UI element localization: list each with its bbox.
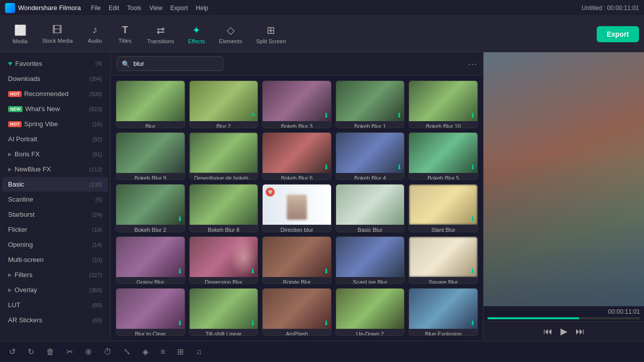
- download-icon[interactable]: ⬇: [177, 319, 183, 327]
- grid-toggle-button[interactable]: ⋯: [468, 58, 477, 69]
- add-to-timeline-icon[interactable]: +: [251, 110, 256, 119]
- toolbar-effects[interactable]: ✦ Effects: [181, 21, 212, 47]
- download-icon[interactable]: ⬇: [324, 163, 329, 171]
- grid-button[interactable]: ⊞: [174, 345, 187, 358]
- effect-card-up-down-2[interactable]: Up-Down 2: [336, 288, 405, 336]
- prev-frame-button[interactable]: ⏮: [543, 326, 552, 337]
- download-icon[interactable]: ⬇: [396, 163, 402, 171]
- download-icon[interactable]: ⬇: [324, 319, 329, 327]
- toolbar-stock-media[interactable]: 🎞 Stock Media: [35, 21, 80, 47]
- menu-view[interactable]: View: [149, 5, 163, 12]
- toolbar-elements[interactable]: ◇ Elements: [212, 21, 249, 47]
- toolbar-audio[interactable]: ♪ Audio: [80, 21, 110, 47]
- snap-button[interactable]: ◈: [139, 345, 151, 358]
- sidebar-item-whats-new[interactable]: NEW What's New (923): [2, 102, 108, 116]
- effect-card-bokeh-blur-3[interactable]: ⬇ Bokeh Blur 3: [262, 80, 332, 128]
- effect-card-bokeh-blur-8[interactable]: Bokeh Blur 8: [189, 184, 259, 232]
- effect-thumbnail: ⬇: [409, 81, 477, 121]
- sidebar-item-basic[interactable]: Basic (130): [2, 177, 108, 192]
- recommended-badge: HOT: [8, 91, 22, 97]
- download-icon[interactable]: ⬇: [470, 319, 475, 327]
- effect-card-scanline-blur[interactable]: ScanLine Blur: [336, 236, 405, 284]
- add-button[interactable]: ⊕: [82, 345, 95, 358]
- menu-edit[interactable]: Edit: [109, 5, 119, 12]
- favorite-icon[interactable]: ♡: [250, 83, 256, 90]
- download-icon[interactable]: ⬇: [470, 215, 475, 223]
- sidebar-item-lut[interactable]: LUT (89): [2, 298, 108, 312]
- preview-progress-bar[interactable]: [488, 317, 640, 319]
- search-input[interactable]: [117, 56, 223, 71]
- sidebar-item-multi-screen[interactable]: Multi-screen (10): [2, 252, 108, 267]
- toolbar-transitions[interactable]: ⇄ Transitions: [140, 21, 181, 47]
- sidebar-filters-label: Filters: [15, 271, 89, 279]
- menu-export[interactable]: Export: [171, 5, 188, 12]
- export-button[interactable]: Export: [597, 26, 639, 42]
- effect-card-bokeh-blur-4[interactable]: ⬇ Bokeh Blur 4: [336, 132, 405, 180]
- sidebar-item-ai-portrait[interactable]: AI Portrait (92): [2, 132, 108, 146]
- effect-card-square-blur[interactable]: ⬇ Square Blur: [409, 236, 478, 284]
- effect-card-basic-blur[interactable]: Basic Blur: [336, 184, 405, 232]
- audio-button[interactable]: ♫: [193, 345, 205, 358]
- effect-card-grainy-blur[interactable]: ⬇ Grainy Blur: [116, 236, 185, 284]
- effect-card-bokeh-blur-9[interactable]: Bokeh Blur 9: [116, 132, 185, 180]
- effect-card-amplash[interactable]: ⬇ AmPlash: [262, 288, 332, 336]
- cut-button[interactable]: ✂: [63, 345, 76, 358]
- download-icon[interactable]: ⬇: [250, 319, 256, 327]
- effect-card-desenfoque-bokeh[interactable]: Desenfoque de bokeh...: [189, 132, 259, 180]
- undo-button[interactable]: ↺: [6, 345, 19, 358]
- boris-fx-expand-icon: ▶: [8, 151, 12, 157]
- effect-card-bokeh-blur-1[interactable]: ⬇ Bokeh Blur 1: [336, 80, 405, 128]
- sidebar-item-spring-vibe[interactable]: HOT Spring Vibe (16): [2, 117, 108, 131]
- download-icon[interactable]: ⬇: [470, 267, 475, 275]
- sidebar-item-overlay[interactable]: ▶ Overlay (360): [2, 283, 108, 297]
- effect-card-bokeh-blur-6[interactable]: ⬇ Bokeh Blur 6: [262, 132, 332, 180]
- effect-card-rotate-blur[interactable]: ⬇ Rotate Blur: [262, 236, 332, 284]
- download-icon[interactable]: ⬇: [324, 267, 329, 275]
- play-button[interactable]: ▶: [560, 326, 568, 337]
- download-icon[interactable]: ⬇: [470, 112, 475, 119]
- download-icon[interactable]: ⬇: [250, 267, 256, 275]
- effect-card-blur-to-clear[interactable]: ⬇ Blur to Clear: [116, 288, 185, 336]
- toolbar-media[interactable]: ⬜ Media: [5, 21, 35, 47]
- effect-card-tiltshift-linear[interactable]: ⬇ Tilt-shift Linear: [189, 288, 259, 336]
- effect-thumbnail: ⬇: [116, 185, 185, 225]
- download-icon[interactable]: ⬇: [324, 112, 329, 119]
- sidebar-item-ar-stickers[interactable]: AR Stickers (69): [2, 313, 108, 327]
- sidebar-item-opening[interactable]: Opening (14): [2, 237, 108, 252]
- effect-card-dispersion-blur[interactable]: ⬇ Dispersion Blur: [189, 236, 259, 284]
- sidebar-item-newblue-fx[interactable]: ▶ NewBlue FX (112): [2, 162, 108, 176]
- effect-card-bokeh-blur-10[interactable]: ⬇ Bokeh Blur 10: [409, 80, 478, 128]
- menu-file[interactable]: File: [91, 5, 101, 12]
- effect-thumbnail: [190, 133, 258, 173]
- download-icon[interactable]: ⬇: [396, 112, 402, 119]
- sidebar-item-scanline[interactable]: Scanline (5): [2, 192, 108, 207]
- redo-button[interactable]: ↻: [25, 345, 37, 358]
- effect-card-bokeh-blur-5[interactable]: ⬇ Bokeh Blur 5: [409, 132, 478, 180]
- fullscreen-button[interactable]: ⤡: [121, 345, 133, 358]
- download-icon[interactable]: ⬇: [177, 267, 183, 275]
- content-area: ♥ Favorites (4) Downloads (394) HOT Reco…: [0, 52, 644, 341]
- effect-card-slant-blur[interactable]: ⬇ Slant Blur: [409, 184, 478, 232]
- sidebar-item-recommended[interactable]: HOT Recommended (500): [2, 86, 108, 101]
- effect-card-blur2[interactable]: ♡ + Blur 2: [189, 80, 259, 128]
- sidebar-item-downloads[interactable]: Downloads (394): [2, 71, 108, 86]
- menu-help[interactable]: Help: [196, 5, 208, 12]
- effect-card-bokeh-blur-2[interactable]: ⬇ Bokeh Blur 2: [116, 184, 185, 232]
- sidebar-item-favorites[interactable]: ♥ Favorites (4): [2, 56, 108, 71]
- toolbar-titles[interactable]: T Titles: [110, 21, 140, 47]
- sidebar-item-boris-fx[interactable]: ▶ Boris FX (91): [2, 147, 108, 161]
- download-icon[interactable]: ⬇: [177, 215, 183, 223]
- menu-tools[interactable]: Tools: [127, 5, 141, 12]
- sidebar-item-flicker[interactable]: Flicker (18): [2, 222, 108, 237]
- effect-card-blur[interactable]: Blur: [116, 80, 185, 128]
- effect-card-blue-explosion[interactable]: ⬇ Blue Explosion: [409, 288, 478, 336]
- sidebar-item-filters[interactable]: ▶ Filters (327): [2, 267, 108, 282]
- effect-card-direction-blur[interactable]: ♥ Direction blur: [262, 184, 332, 232]
- delete-button[interactable]: 🗑: [43, 345, 57, 358]
- download-icon[interactable]: ⬇: [470, 163, 475, 171]
- speed-button[interactable]: ⏱: [101, 345, 115, 358]
- sidebar-item-starburst[interactable]: Starburst (24): [2, 207, 108, 222]
- toolbar-split-screen[interactable]: ⊞ Split Screen: [249, 21, 293, 47]
- next-frame-button[interactable]: ⏭: [576, 326, 585, 337]
- settings-button[interactable]: ≡: [157, 345, 168, 358]
